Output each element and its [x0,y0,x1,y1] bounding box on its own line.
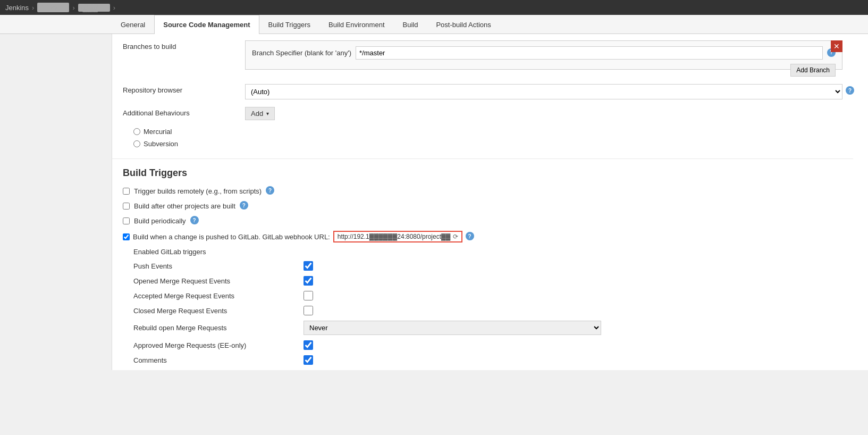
repo-browser-control: (Auto) ? [245,84,842,99]
push-events-row: Push Events [133,261,842,271]
trigger-remote-option: Trigger builds remotely (e.g., from scri… [112,186,853,196]
build-triggers-section: Build Triggers Trigger builds remotely (… [112,159,853,365]
trigger-remote-help-icon[interactable]: ? [266,186,274,195]
subversion-option: Subversion [123,140,842,148]
branch-box: ✕ Branch Specifier (blank for 'any') ? A… [245,40,842,70]
nav-sep-1: › [32,4,34,12]
additional-behaviours-control: Add ▾ [245,107,842,120]
nav-blurred-2: A▓▓▓ [78,4,110,12]
gitlab-webhook-row: Build when a change is pushed to GitLab.… [112,231,853,242]
content-panel: Branches to build ✕ Branch Specifier (bl… [112,34,868,370]
top-navigation: Jenkins › 字监控 › A▓▓▓ › [0,0,868,15]
tab-build-triggers[interactable]: Build Triggers [259,15,319,34]
push-events-checkbox[interactable] [304,261,313,271]
opened-merge-label: Opened Merge Request Events [133,277,304,285]
build-periodically-help-icon[interactable]: ? [190,216,199,224]
comments-label: Comments [133,356,304,364]
sidebar [0,34,112,370]
opened-merge-row: Opened Merge Request Events [133,276,842,286]
delete-branch-button[interactable]: ✕ [831,40,842,52]
tab-bar: General Source Code Management Build Tri… [0,15,868,34]
rebuild-open-label: Rebuild open Merge Requests [133,324,304,332]
build-gitlab-checkbox[interactable] [123,233,130,240]
mercurial-option: Mercurial [123,128,842,136]
comments-row: Comments [133,355,842,365]
add-behaviour-button[interactable]: Add ▾ [245,107,275,120]
additional-behaviours-row: Additional Behaviours Add ▾ [123,107,842,120]
repository-browser-row: Repository browser (Auto) ? [123,84,842,99]
approved-merge-row: Approved Merge Requests (EE-only) [133,340,842,350]
rebuild-open-row: Rebuild open Merge Requests Never On pus… [133,321,842,335]
repo-browser-select[interactable]: (Auto) [245,84,842,99]
trigger-remote-checkbox[interactable] [123,188,130,195]
content-wrapper: Branches to build ✕ Branch Specifier (bl… [112,34,868,365]
gitlab-triggers-section: Enabled GitLab triggers Push Events Open… [112,248,853,365]
webhook-copy-icon: ⟳ [453,233,458,240]
nav-sep-3: › [113,4,115,12]
comments-checkbox[interactable] [304,355,313,365]
rebuild-open-select[interactable]: Never On push to source branch On push t… [304,321,601,335]
branch-input[interactable] [356,46,823,60]
additional-behaviours-label: Additional Behaviours [123,107,245,117]
build-after-help-icon[interactable]: ? [240,201,248,210]
repo-browser-label: Repository browser [123,84,245,94]
nav-blurred-1: 字监控 [37,3,69,12]
closed-merge-checkbox[interactable] [304,306,313,315]
subversion-radio[interactable] [133,140,140,147]
build-after-checkbox[interactable] [123,203,130,210]
webhook-url-text: http://192.1▓▓▓▓▓▓24:8080/project▓▓ [338,233,451,240]
tab-build-environment[interactable]: Build Environment [319,15,394,34]
tab-post-build[interactable]: Post-build Actions [427,15,500,34]
add-behaviour-label: Add [251,110,263,118]
webhook-url-box[interactable]: http://192.1▓▓▓▓▓▓24:8080/project▓▓ ⟳ [333,231,462,242]
trigger-remote-label[interactable]: Trigger builds remotely (e.g., from scri… [134,187,262,195]
enabled-gitlab-triggers-label: Enabled GitLab triggers [133,248,304,256]
add-branch-button[interactable]: Add Branch [790,64,836,77]
accepted-merge-label: Accepted Merge Request Events [133,292,304,300]
branch-specifier-label: Branch Specifier (blank for 'any') [252,49,351,57]
mercurial-label[interactable]: Mercurial [144,128,172,136]
approved-merge-checkbox[interactable] [304,340,313,350]
accepted-merge-checkbox[interactable] [304,291,313,300]
build-periodically-option: Build periodically ? [112,216,853,225]
main-content: Branches to build ✕ Branch Specifier (bl… [0,34,868,370]
build-after-option: Build after other projects are built ? [112,201,853,211]
branch-specifier-row: Branch Specifier (blank for 'any') ? [252,46,836,60]
approved-merge-label: Approved Merge Requests (EE-only) [133,341,304,349]
build-periodically-label[interactable]: Build periodically [134,217,186,225]
build-triggers-heading: Build Triggers [112,159,853,179]
branches-to-build-section: Branches to build ✕ Branch Specifier (bl… [112,34,853,159]
branches-control: ✕ Branch Specifier (blank for 'any') ? A… [245,40,842,77]
jenkins-home-link[interactable]: Jenkins [5,4,29,12]
repo-browser-help-icon[interactable]: ? [846,86,854,95]
build-after-label[interactable]: Build after other projects are built [134,202,235,210]
closed-merge-row: Closed Merge Request Events [133,306,842,315]
push-events-label: Push Events [133,262,304,270]
tab-scm[interactable]: Source Code Management [154,15,259,34]
enabled-triggers-header: Enabled GitLab triggers [133,248,842,256]
opened-merge-checkbox[interactable] [304,276,313,286]
tab-build[interactable]: Build [394,15,427,34]
closed-merge-label: Closed Merge Request Events [133,307,304,315]
add-caret-icon: ▾ [266,111,269,116]
build-periodically-checkbox[interactable] [123,218,130,224]
subversion-label[interactable]: Subversion [144,140,178,148]
build-gitlab-label[interactable]: Build when a change is pushed to GitLab.… [133,233,330,241]
mercurial-radio[interactable] [133,128,140,135]
tab-general[interactable]: General [112,15,154,34]
accepted-merge-row: Accepted Merge Request Events [133,291,842,300]
branches-row: Branches to build ✕ Branch Specifier (bl… [123,40,842,77]
branches-label: Branches to build [123,40,245,51]
gitlab-webhook-help-icon[interactable]: ? [466,232,474,240]
nav-sep-2: › [72,4,74,12]
